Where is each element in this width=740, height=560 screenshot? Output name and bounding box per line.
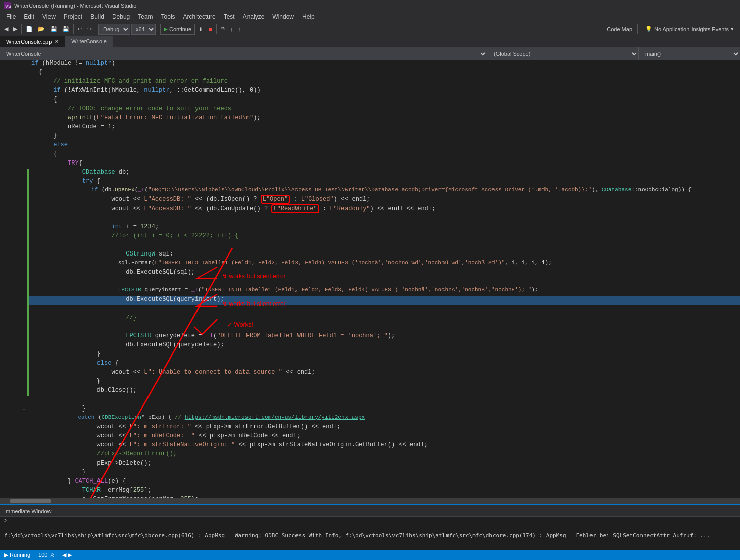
svg-text:VS: VS <box>5 4 11 9</box>
error-text: f:\dd\vctools\vc7libs\ship\atlmfc\src\mf… <box>4 532 710 539</box>
codemap-button[interactable]: Code Map <box>605 24 634 35</box>
table-row: wcout << L": m_strError: " << pExp->m_st… <box>0 423 740 432</box>
toolbar-sep-1 <box>21 24 22 34</box>
toolbar-sep-5 <box>216 24 217 34</box>
table-row: − } <box>0 405 740 414</box>
debug-config-select[interactable]: Debug <box>98 24 130 35</box>
codemap-label: Code Map <box>607 26 632 32</box>
table-row: wprintf(L"Fatal Error: MFC initializatio… <box>0 114 740 123</box>
play-icon: ▶ <box>164 26 168 32</box>
step-over-button[interactable]: ↷ <box>219 24 227 35</box>
table-row: LPCTSTR querydelete = _T("DELETE FROM Ta… <box>0 332 740 341</box>
menu-analyze[interactable]: Analyze <box>239 12 269 21</box>
step-into-button[interactable]: ↓ <box>228 24 235 35</box>
open-button[interactable]: 📂 <box>36 24 47 35</box>
menu-help[interactable]: Help <box>298 12 319 21</box>
scope-dropdown[interactable]: (Global Scope) <box>487 47 639 60</box>
table-row: LPCTSTR queryinsert = _T("INSERT INTO Ta… <box>0 287 740 296</box>
table-row: // initialize MFC and print and error on… <box>0 78 740 87</box>
redo-button[interactable]: ↪ <box>85 24 94 35</box>
toolbar-right: Code Map 💡 No Application Insights Event… <box>605 24 738 35</box>
menu-team[interactable]: Team <box>134 12 157 21</box>
zoom-value: 100 % <box>38 552 54 558</box>
table-row: else <box>0 141 740 150</box>
immediate-window: Immediate Window > <box>0 504 740 530</box>
insights-label: No Application Insights Events <box>654 26 729 32</box>
code-area[interactable]: − if (hModule != nullptr) { <box>0 60 740 498</box>
immediate-window-title: Immediate Window <box>0 505 740 517</box>
table-row: { <box>0 150 740 160</box>
tab-writerconsole[interactable]: WriterConsole <box>65 36 113 47</box>
stop-button[interactable]: ■ <box>207 24 214 35</box>
menu-build[interactable]: Build <box>86 12 108 21</box>
table-row <box>0 278 740 287</box>
table-row: − if (hModule != nullptr) <box>0 60 740 69</box>
immediate-window-content[interactable]: > <box>0 517 740 530</box>
platform-select[interactable]: x64 <box>131 24 156 35</box>
back-button[interactable]: ◀ <box>2 24 10 35</box>
table-row: { <box>0 69 740 78</box>
toolbar-sep-4 <box>158 24 158 34</box>
menu-tools[interactable]: Tools <box>157 12 179 21</box>
tab-close-cpp[interactable]: ✕ <box>55 39 59 44</box>
menu-architecture[interactable]: Architecture <box>179 12 220 21</box>
save-all-button[interactable]: 💾 <box>60 24 71 35</box>
title-text: WriterConsole (Running) - Microsoft Visu… <box>14 3 136 9</box>
horizontal-scrollbar[interactable] <box>0 498 740 504</box>
new-button[interactable]: 📄 <box>24 24 35 35</box>
code-lines: − if (hModule != nullptr) { <box>0 60 740 498</box>
table-row: pExp->Delete(); <box>0 460 740 469</box>
menu-project[interactable]: Project <box>60 12 86 21</box>
table-row: int i = 1234; <box>0 223 740 232</box>
table-row: CStringW sql; <box>0 250 740 260</box>
menu-window[interactable]: Window <box>268 12 298 21</box>
table-row: − else { <box>0 360 740 369</box>
toolbar-sep-2 <box>73 24 74 34</box>
save-button[interactable]: 💾 <box>48 24 59 35</box>
table-row <box>0 323 740 332</box>
table-row <box>0 241 740 250</box>
continue-button[interactable]: ▶ Continue <box>160 24 195 35</box>
table-row: if (db.OpenEx(_T("DBQ=C:\\Users\\Nibbels… <box>0 187 740 196</box>
status-scroll: ◀ ▶ <box>62 552 72 558</box>
pause-button[interactable]: ⏸ <box>196 24 206 35</box>
status-running: ▶ Running <box>4 552 30 558</box>
table-row: } <box>0 378 740 387</box>
scroll-thumb[interactable] <box>10 499 51 503</box>
code-relative-container: − if (hModule != nullptr) { <box>0 60 740 498</box>
table-row: db.ExecuteSQL(sql); <box>0 269 740 278</box>
table-row <box>0 214 740 223</box>
table-row: wcout << L": Unable to connect to data s… <box>0 369 740 378</box>
table-row: − } CATCH_ALL(e) { <box>0 478 740 487</box>
undo-button[interactable]: ↩ <box>76 24 84 35</box>
tab-writerconsole-cpp[interactable]: WriterConsole.cpp ✕ <box>0 36 65 47</box>
table-row: e->GetErrorMessage(errMsg, 255); <box>0 496 740 498</box>
file-path-dropdown[interactable]: WriterConsole <box>0 47 487 60</box>
step-out-button[interactable]: ↑ <box>236 24 243 35</box>
menu-edit[interactable]: Edit <box>20 12 38 21</box>
table-row: } <box>0 350 740 360</box>
forward-button[interactable]: ▶ <box>11 24 19 35</box>
error-output-bar: f:\dd\vctools\vc7libs\ship\atlmfc\src\mf… <box>0 530 740 550</box>
immediate-title-label: Immediate Window <box>4 508 52 514</box>
toolbar-sep-3 <box>96 24 96 34</box>
table-row: nRetCode = 1; <box>0 123 740 132</box>
menu-file[interactable]: File <box>2 12 20 21</box>
menu-test[interactable]: Test <box>220 12 239 21</box>
status-label: ▶ Running <box>4 552 30 558</box>
table-row: } <box>0 469 740 478</box>
table-row: CDatabase db; <box>0 169 740 178</box>
menu-view[interactable]: View <box>38 12 60 21</box>
table-row: TCHAR errMsg[255]; <box>0 487 740 496</box>
status-zoom: 100 % <box>38 552 54 558</box>
table-row: − TRY{ <box>0 160 740 169</box>
function-dropdown[interactable]: main() <box>639 47 740 60</box>
scroll-icon: ◀ ▶ <box>62 552 72 558</box>
main-toolbar: ◀ ▶ 📄 📂 💾 💾 ↩ ↪ Debug x64 ▶ Continue ⏸ ■ <box>0 22 740 36</box>
insights-button[interactable]: 💡 No Application Insights Events ▾ <box>641 24 738 35</box>
table-row: − if (!AfxWinInit(hModule, nullptr, ::Ge… <box>0 87 740 96</box>
table-row: catch (CDBException* pExp) { // https://… <box>0 414 740 423</box>
menu-debug[interactable]: Debug <box>108 12 134 21</box>
table-row: wcout << L"AccessDB: " << (db.IsOpen() ?… <box>0 196 740 205</box>
title-bar: VS WriterConsole (Running) - Microsoft V… <box>0 0 740 11</box>
